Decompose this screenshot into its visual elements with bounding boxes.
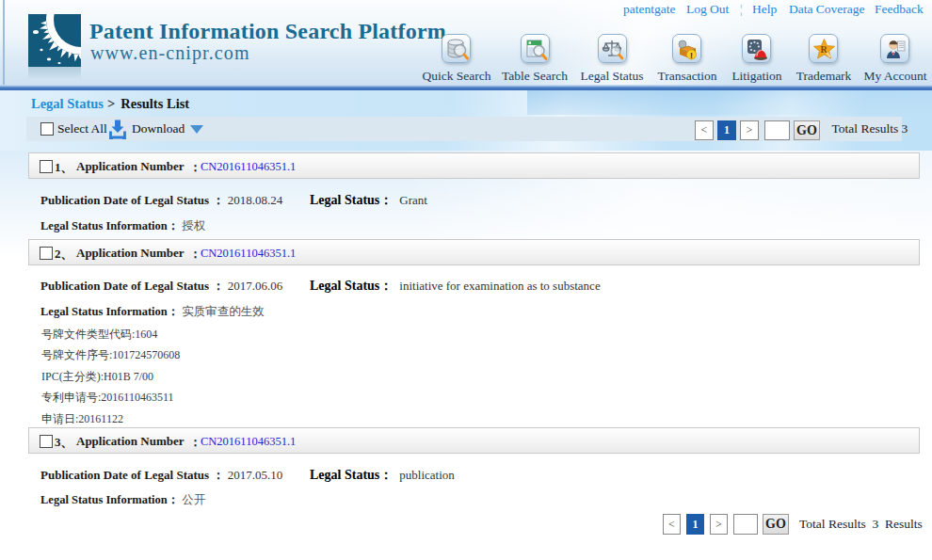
svg-text:!: ! <box>690 51 693 60</box>
